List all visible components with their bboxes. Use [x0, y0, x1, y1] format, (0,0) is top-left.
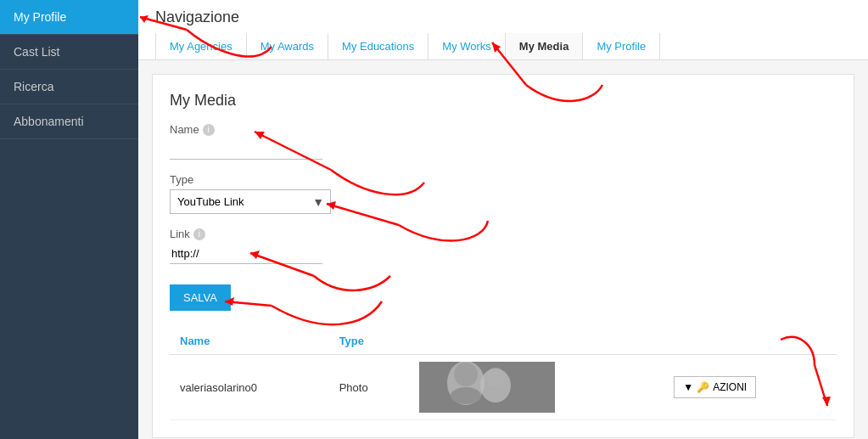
nav-tabs: My Agencies My Awards My Educations My W… [155, 33, 851, 59]
sidebar-item-cast-list[interactable]: Cast List [0, 35, 138, 70]
name-label: Name i [170, 123, 837, 136]
type-label: Type [170, 173, 837, 186]
card-title: My Media [170, 92, 837, 110]
link-label: Link i [170, 228, 837, 240]
link-group: Link i [170, 228, 837, 264]
link-info-icon: i [193, 228, 205, 240]
nav-title: Navigazione [155, 8, 851, 26]
row-type: Photo [329, 355, 410, 420]
row-name: valeriasolarino0 [170, 355, 329, 420]
type-select-wrapper: YouTube Link Vimeo Link Photo Video Audi… [170, 189, 331, 214]
sidebar: My Profile Cast List Ricerca Abbonamenti [0, 0, 138, 439]
tab-my-educations[interactable]: My Educations [328, 33, 428, 59]
col-name: Name [170, 328, 329, 355]
sidebar-item-ricerca[interactable]: Ricerca [0, 70, 138, 104]
type-select[interactable]: YouTube Link Vimeo Link Photo Video Audi… [170, 189, 331, 214]
nav-header: Navigazione My Agencies My Awards My Edu… [138, 0, 868, 60]
azioni-button[interactable]: ▼ 🔑 AZIONI [674, 376, 756, 398]
photo-svg [419, 362, 555, 413]
table-row: valeriasolarino0 Photo [170, 355, 837, 420]
type-group: Type YouTube Link Vimeo Link Photo Video… [170, 173, 837, 214]
tab-my-awards[interactable]: My Awards [247, 33, 328, 59]
col-actions [664, 328, 837, 355]
azioni-dropdown-icon: ▼ [683, 381, 693, 393]
col-type: Type [329, 328, 410, 355]
name-input[interactable] [170, 139, 322, 160]
row-thumbnail [409, 355, 664, 420]
content-area: My Media Name i Type YouTube Link Vimeo … [138, 60, 868, 439]
svg-point-6 [486, 368, 505, 386]
my-media-card: My Media Name i Type YouTube Link Vimeo … [152, 74, 854, 438]
tab-my-media[interactable]: My Media [506, 33, 584, 59]
col-thumbnail [409, 328, 664, 355]
sidebar-item-my-profile[interactable]: My Profile [0, 0, 138, 35]
main-content: Navigazione My Agencies My Awards My Edu… [138, 0, 868, 439]
link-input[interactable] [170, 244, 322, 264]
name-info-icon: i [203, 124, 215, 136]
name-group: Name i [170, 123, 837, 160]
photo-thumbnail [419, 362, 555, 413]
save-button[interactable]: SALVA [170, 284, 231, 311]
tab-my-works[interactable]: My Works [428, 33, 506, 59]
row-actions-cell: ▼ 🔑 AZIONI [664, 355, 837, 420]
key-icon: 🔑 [697, 381, 709, 393]
tab-my-profile[interactable]: My Profile [583, 33, 660, 59]
sidebar-item-abbonamenti[interactable]: Abbonamenti [0, 104, 138, 139]
tab-my-agencies[interactable]: My Agencies [155, 33, 247, 59]
media-table: Name Type valeriasolarino0 [170, 328, 837, 420]
